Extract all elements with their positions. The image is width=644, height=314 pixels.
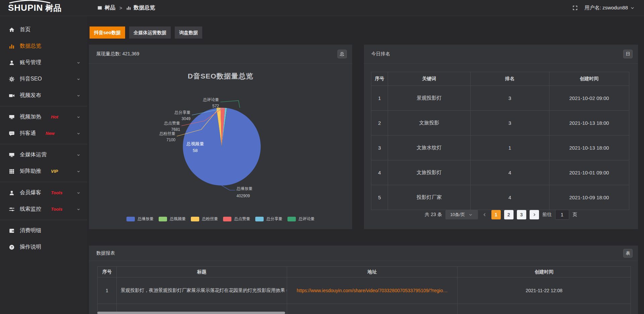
report-panel-header: 数据报表 [89,246,638,261]
pie-label-value: 7100 [166,138,175,142]
legend-item-4[interactable]: 总分享量 [255,216,282,222]
svg-text:?: ? [11,246,13,249]
table-cell: 5 [371,185,388,210]
sidebar-item-clue-monitor[interactable]: 线索监控Tools [0,201,87,217]
username-label: 用户名: zswodun88 [585,5,628,11]
pie-leader-line [222,186,235,190]
pie-label-name: 总点赞量 [164,121,180,125]
pie-label-name: 总分享量 [174,110,191,115]
tab-2[interactable]: 全媒体运营数据 [129,27,171,39]
table-row[interactable]: 2文旅投影32021-10-13 18:00 [371,111,629,136]
table-row[interactable]: 5投影灯厂家42021-10-09 18:00 [371,185,629,210]
legend-item-2[interactable]: 总粉丝量 [191,216,218,222]
user-menu[interactable]: 用户名: zswodun88 [585,5,635,11]
ranking-panel: 今日排名 日 序号关键词排名创建时间1景观投影灯32021-10-02 09:0… [364,45,638,229]
table-cell: 3 [471,111,549,136]
home-icon [9,27,15,33]
pie-label-name: 总视频量 [186,141,204,146]
daily-view-button[interactable]: 日 [623,50,633,58]
table-row[interactable]: 4文旅投影灯42021-10-01 09:00 [371,160,629,185]
page-button-3[interactable]: 3 [517,210,526,219]
page-button-2[interactable]: 2 [504,210,514,219]
sidebar-item-video-publish[interactable]: 视频发布 [0,87,87,104]
sidebar-item-member-burst[interactable]: 会员爆客Tools [0,185,87,201]
table-cell: 2021-10-13 18:00 [549,111,629,136]
sidebar-divider [0,106,87,106]
report-column-header: 地址 [287,267,458,277]
sidebar-item-douyin-seo[interactable]: 抖音SEO [0,71,87,87]
table-cell: 4 [471,160,549,185]
table-view-button[interactable]: 表 [623,249,633,258]
tab-1[interactable]: 抖音seo数据 [90,27,125,39]
pie-label-value: 572 [212,104,219,108]
chevron-down-icon [76,132,80,136]
legend-item-1[interactable]: 总视频量 [159,216,186,222]
report-title: 数据报表 [96,250,115,256]
fullscreen-icon[interactable] [572,5,578,11]
legend-swatch [126,217,135,221]
pie-label-value: 7681 [171,127,180,132]
sidebar-item-consume-detail[interactable]: 消费明细 [0,222,87,239]
table-cell: 3 [371,136,388,160]
sidebar-item-home[interactable]: 首页 [0,21,87,38]
chevron-down-icon [76,191,80,195]
table-row[interactable]: 3文旅水纹灯12021-10-13 18:00 [371,136,629,160]
sidebar-item-operation-guide[interactable]: ?操作说明 [0,239,87,255]
legend-item-3[interactable]: 总点赞量 [223,216,250,222]
legend-item-0[interactable]: 总播放量 [126,216,154,222]
legend-label: 总粉丝量 [202,216,218,222]
chevron-down-icon [76,77,80,81]
breadcrumb-item-root[interactable]: 树品 [97,4,115,11]
page-button-1[interactable]: 1 [491,210,501,219]
overview-panel: 展现量总数: 421,369 总 D音SEO数据量总览 总播放量402909总视… [89,45,352,229]
sidebar-item-data-overview[interactable]: 数据总览 [0,38,87,54]
user-icon [9,190,15,196]
sidebar-item-douketong[interactable]: 抖客通New [0,125,87,142]
legend-swatch [223,217,231,221]
breadcrumb-label: 树品 [105,4,115,11]
next-page-button[interactable] [530,210,539,219]
table-cell: 4 [371,160,388,185]
pie-label-value: 58 [193,148,198,153]
ranking-title: 今日排名 [371,51,390,57]
grid-icon [9,168,15,174]
pie-leader-line [220,101,240,108]
sidebar: 首页数据总览账号管理抖音SEO视频发布视频加热Hot抖客通New全媒体运营矩阵助… [0,16,87,314]
pie-label-name: 总粉丝量 [159,131,175,136]
sidebar-item-account-management[interactable]: 账号管理 [0,54,87,71]
table-cell: 1 [471,136,549,160]
video-camera-icon [9,93,15,99]
total-view-button[interactable]: 总 [337,50,347,58]
table-cell: 文旅水纹灯 [388,136,471,160]
breadcrumb-item-current[interactable]: 数据总览 [126,4,155,11]
sidebar-item-label: 视频加热 [20,113,41,120]
report-row-link[interactable]: https://www.iesdouyin.com/share/video/70… [287,277,458,304]
sidebar-item-label: 抖音SEO [20,75,42,83]
horizontal-scrollbar[interactable] [97,312,285,314]
tab-3[interactable]: 询盘数据 [175,27,202,39]
goto-page-input[interactable] [555,210,569,220]
sidebar-item-matrix-boost[interactable]: 矩阵助推VIP [0,163,87,179]
sidebar-item-badge: VIP [51,169,58,174]
table-cell: 1 [371,86,388,111]
sidebar-item-label: 首页 [20,26,31,33]
sidebar-item-media-operation[interactable]: 全媒体运营 [0,147,87,163]
topbar: SHUPIN 树品 树品 > 数据总览 用户名: zswodun88 [0,0,644,16]
chart-legend: 总播放量总视频量总粉丝量总点赞量总分享量总评论量 [89,216,352,222]
legend-item-5[interactable]: 总评论量 [287,216,315,222]
table-cell: 2021-10-02 09:00 [549,86,629,111]
ranking-column-header: 关键词 [388,72,471,86]
sliders-icon [9,206,15,212]
sidebar-item-label: 全媒体运营 [20,151,47,158]
table-row[interactable]: 1景观投影灯32021-10-02 09:00 [371,86,629,111]
report-table: 序号标题地址创建时间1景观投影灯，夜游景观投影灯厂家展示展示落花灯在花园里的灯光… [97,266,631,314]
sidebar-item-badge: Hot [51,114,58,119]
sidebar-item-video-heat[interactable]: 视频加热Hot [0,109,87,125]
table-row[interactable]: 1景观投影灯，夜游景观投影灯厂家展示展示落花灯在花园里的灯光投影应用效果 #ht… [98,277,631,304]
legend-label: 总分享量 [266,216,282,222]
sidebar-item-badge: New [46,131,55,136]
chevron-down-icon [76,115,80,119]
table-cell: 4 [471,185,549,210]
page-size-select[interactable]: 10条/页 [445,210,478,219]
prev-page-button[interactable] [482,212,487,217]
